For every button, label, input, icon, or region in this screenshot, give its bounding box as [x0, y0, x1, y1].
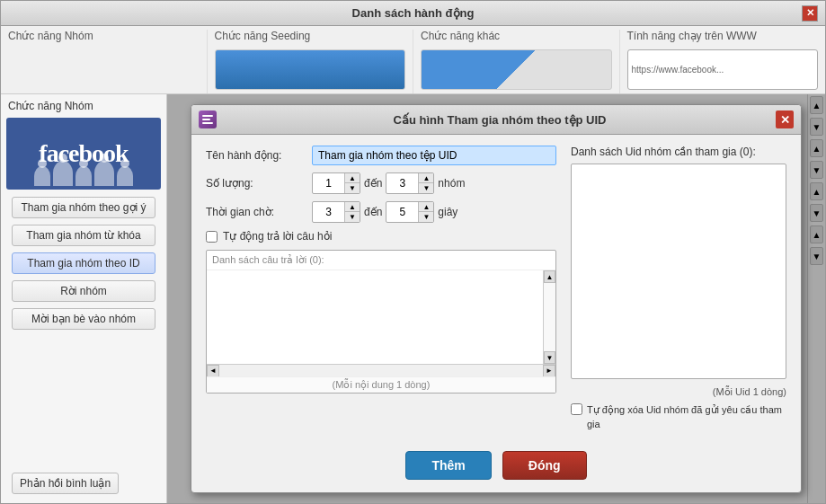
section-www-title: Tính năng chạy trên WWW [627, 30, 819, 46]
scrollbar-h-left[interactable]: ◄ [207, 365, 219, 377]
thoi-gian-to-input[interactable] [386, 203, 418, 221]
left-panel-title: Chức năng Nhóm [1, 94, 166, 116]
thoi-gian-to-up[interactable]: ▲ [419, 202, 433, 212]
uid-list-textarea[interactable] [571, 164, 786, 379]
modal-icon-line-3 [202, 122, 213, 124]
section-seeding-title: Chức năng Seeding [215, 30, 406, 46]
modal-right-panel: Danh sách Uid nhóm cần tham gia (0): (Mỗ… [571, 146, 786, 431]
uid-hint: (Mỗi Uid 1 dòng) [713, 386, 786, 397]
cau-tra-loi-textarea[interactable] [207, 270, 543, 364]
modal-icon [199, 111, 217, 128]
so-luong-to-input[interactable] [386, 174, 418, 192]
scrollbar-v-up[interactable]: ▲ [544, 270, 555, 283]
person-icon-1 [34, 166, 50, 186]
cau-tra-loi-scroll-area: ▲ ▼ [207, 270, 555, 364]
section-khac-title: Chức năng khác [421, 30, 612, 46]
menu-btn-roi-nhom[interactable]: Rời nhóm [12, 280, 155, 302]
modal-left-panel: Tên hành động: Số lượng: [206, 146, 556, 431]
so-luong-label: Số lượng: [206, 177, 305, 190]
main-window-title: Danh sách hành động [24, 6, 802, 20]
menu-btn-moi-ban-be[interactable]: Mời bạn bè vào nhóm [12, 308, 155, 330]
modal-body: Tên hành động: Số lượng: [191, 135, 801, 442]
menu-btn-theo-id[interactable]: Tham gia nhóm theo ID [12, 252, 155, 274]
person-icon-3 [75, 166, 92, 186]
thoi-gian-to-spinner: ▲ ▼ [386, 201, 434, 223]
thoi-gian-den-label: đến [364, 206, 382, 218]
content-area: Chức năng Nhóm Tham gia nhóm theo tệp UI… [1, 94, 825, 503]
them-button[interactable]: Thêm [405, 451, 491, 480]
menu-btn-phan-hoi[interactable]: Phản hồi bình luận [12, 473, 119, 494]
uid-checkbox-row: Tự động xóa Uid nhóm đã gửi yêu cầu tham… [571, 403, 786, 431]
so-luong-den-label: đến [364, 177, 382, 190]
so-luong-from-arrows: ▲ ▼ [344, 173, 360, 193]
so-luong-unit: nhóm [438, 177, 465, 190]
facebook-text: facebook [39, 139, 128, 168]
dong-button[interactable]: Đóng [502, 451, 587, 480]
section-khac: Chức năng khác [413, 30, 620, 93]
main-window: Danh sách hành động ✕ Chức năng Nhóm Chứ… [0, 0, 826, 504]
thoi-gian-from-arrows: ▲ ▼ [344, 202, 360, 222]
thoi-gian-cho-row: Thời gian chờ: ▲ ▼ đ [206, 201, 556, 223]
so-luong-from-up[interactable]: ▲ [345, 173, 360, 183]
ten-hanh-dong-label: Tên hành động: [206, 149, 305, 162]
modal-icon-line-1 [202, 115, 213, 117]
tu-dong-tra-loi-row: Tự động trả lời câu hỏi [206, 230, 556, 243]
cau-tra-loi-scrollbar-h: ◄ ► [207, 364, 555, 376]
section-seeding-card [215, 49, 406, 90]
scrollbar-h-right[interactable]: ► [543, 365, 555, 377]
menu-btn-goi-y[interactable]: Tham gia nhóm theo gợi ý [12, 197, 155, 218]
facebook-banner: Tham gia nhóm theo tệp UID facebook [6, 118, 161, 190]
person-icon-5 [117, 166, 133, 186]
thoi-gian-unit: giây [438, 206, 457, 218]
thoi-gian-cho-label: Thời gian chờ: [206, 206, 305, 218]
so-luong-row: Số lượng: ▲ ▼ đến [206, 172, 556, 194]
section-www: Tính năng chạy trên WWW https://www.face… [620, 30, 826, 93]
modal-icon-line-2 [202, 119, 210, 120]
so-luong-to-up[interactable]: ▲ [419, 173, 433, 183]
main-window-close-button[interactable]: ✕ [802, 5, 818, 22]
section-www-card: https://www.facebook... [627, 49, 819, 90]
thoi-gian-from-input[interactable] [313, 203, 344, 221]
main-right: ▲ ▼ ▲ ▼ ▲ ▼ ▲ ▼ [167, 94, 825, 503]
menu-btn-tu-khoa[interactable]: Tham gia nhóm từ khóa [12, 225, 155, 246]
so-luong-to-arrows: ▲ ▼ [418, 173, 433, 193]
modal-icon-lines [202, 115, 213, 124]
thoi-gian-from-down[interactable]: ▼ [345, 212, 360, 222]
left-panel: Chức năng Nhóm Tham gia nhóm theo tệp UI… [1, 94, 167, 503]
ten-hanh-dong-input[interactable] [312, 146, 556, 165]
section-seeding: Chức năng Seeding [208, 30, 414, 93]
modal-overlay: Cấu hình Tham gia nhóm theo tệp UID ✕ Tê… [167, 94, 825, 503]
modal-close-button[interactable]: ✕ [776, 111, 794, 128]
thoi-gian-from-up[interactable]: ▲ [345, 202, 360, 212]
section-nhom: Chức năng Nhóm [1, 30, 208, 93]
uid-list-label: Danh sách Uid nhóm cần tham gia (0): [571, 146, 786, 158]
ten-hanh-dong-row: Tên hành động: [206, 146, 556, 165]
modal-title: Cấu hình Tham gia nhóm theo tệp UID [224, 113, 776, 127]
so-luong-from-input[interactable] [313, 174, 344, 192]
thoi-gian-to-arrows: ▲ ▼ [418, 202, 433, 222]
so-luong-to-down[interactable]: ▼ [419, 183, 433, 193]
so-luong-group: ▲ ▼ đến ▲ ▼ [312, 172, 465, 194]
main-titlebar: Danh sách hành động ✕ [1, 1, 825, 26]
left-panel-menu: Tham gia nhóm theo gợi ý Tham gia nhóm t… [1, 191, 166, 335]
url-text: https://www.facebook... [632, 65, 724, 75]
cau-tra-loi-placeholder: Danh sách câu trả lời (0): [207, 251, 555, 270]
scrollbar-v-track [544, 283, 555, 351]
thoi-gian-to-down[interactable]: ▼ [419, 212, 433, 222]
modal-dialog: Cấu hình Tham gia nhóm theo tệp UID ✕ Tê… [191, 104, 802, 493]
so-luong-to-spinner: ▲ ▼ [386, 172, 434, 194]
cau-tra-loi-footer: (Mỗi nội dung 1 dòng) [207, 376, 555, 393]
scrollbar-v-down[interactable]: ▼ [544, 351, 555, 364]
thoi-gian-from-spinner: ▲ ▼ [312, 201, 360, 223]
section-nhom-title: Chức năng Nhóm [8, 30, 200, 46]
section-khac-card [421, 49, 612, 90]
so-luong-from-spinner: ▲ ▼ [312, 172, 360, 194]
tu-dong-xoa-uid-checkbox[interactable] [571, 403, 582, 415]
so-luong-from-down[interactable]: ▼ [345, 183, 360, 193]
modal-footer: Thêm Đóng [191, 442, 801, 492]
tu-dong-tra-loi-checkbox[interactable] [206, 231, 218, 243]
top-sections-bar: Chức năng Nhóm Chức năng Seeding Chức nă… [1, 26, 825, 94]
thoi-gian-group: ▲ ▼ đến ▲ ▼ [312, 201, 457, 223]
tu-dong-xoa-uid-label: Tự động xóa Uid nhóm đã gửi yêu cầu tham… [587, 403, 786, 431]
modal-titlebar: Cấu hình Tham gia nhóm theo tệp UID ✕ [191, 105, 801, 135]
